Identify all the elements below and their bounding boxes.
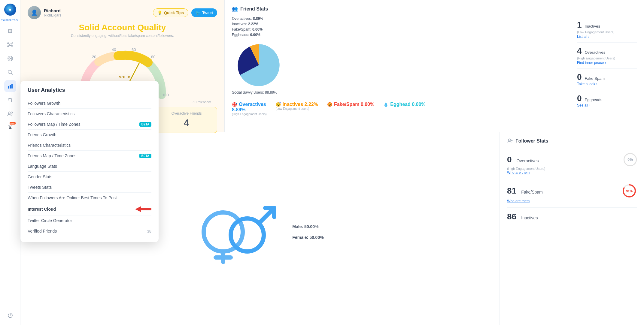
header-buttons: 💡 Quick Tips 🐦 Tweet — [153, 8, 217, 17]
svg-point-0 — [9, 44, 11, 46]
sidebar-item-search[interactable] — [4, 66, 16, 78]
svg-text:91%: 91% — [626, 189, 633, 193]
stat-inactives-sublabel: (Low Engagement Users) — [577, 30, 637, 34]
ov-overactives-icon: 🎯 — [232, 102, 237, 107]
svg-line-5 — [8, 44, 9, 44]
legend-fakespam: Fake/Spam: 0.00% — [232, 27, 263, 32]
pie-section: Overactives: 8.89% Inactives: 2.22% Fake… — [232, 17, 571, 121]
sidebar-item-power[interactable] — [4, 309, 16, 321]
overactive-friends-label: Overactive Friends — [161, 111, 212, 116]
menu-item-verified-friends[interactable]: Verified Friends 38 — [28, 226, 151, 236]
follower-stats-header: Follower Stats — [507, 138, 637, 144]
gender-labels: Male: 50.00% Female: 50.00% — [292, 224, 324, 240]
svg-text:20: 20 — [92, 55, 96, 59]
twitter-bird-icon: 🐦 — [196, 11, 200, 15]
female-label: Female: 50.00% — [292, 235, 324, 240]
pie-legend: Overactives: 8.89% Inactives: 2.22% Fake… — [232, 17, 263, 38]
sidebar-item-twitter[interactable]: 𝕏 NEW — [4, 122, 16, 134]
svg-point-4 — [12, 46, 13, 47]
new-badge: NEW — [10, 122, 16, 125]
ov-inactives-label: Inactives 2.22% — [283, 102, 318, 107]
fakespam-percent-badge: 91% — [622, 183, 637, 198]
sidebar-item-trash[interactable] — [4, 94, 16, 106]
fakespam-who-link[interactable]: Who are them — [507, 199, 637, 203]
stat-overactives-row: 4 Overactives (High Engagement Users) Fi… — [577, 43, 637, 69]
ov-overactives-sub: (High Engagement Users) — [232, 113, 267, 116]
stat-eggheads-number: 0 — [577, 94, 582, 103]
stat-fakespam-row: 0 Fake Spam Take a look › — [577, 69, 637, 90]
svg-line-33 — [259, 208, 274, 223]
svg-text:80: 80 — [151, 55, 155, 59]
overactive-friends-value: 4 — [161, 117, 212, 128]
svg-text:60: 60 — [132, 47, 136, 52]
user-info: 👤 Richard RichElgars — [28, 6, 61, 19]
ov-egghead-icon: 💧 — [383, 102, 388, 107]
list-all-link[interactable]: List all › — [577, 35, 637, 39]
menu-item-interest-cloud[interactable]: Interest Cloud — [28, 203, 151, 215]
menu-item-best-times[interactable]: When Followers Are Online: Best Times To… — [28, 193, 151, 203]
sidebar-item-analytics[interactable] — [4, 80, 16, 92]
take-a-look-link[interactable]: Take a look › — [577, 82, 637, 86]
menu-item-followers-map[interactable]: Followers Map / Time Zones BETA — [28, 119, 151, 130]
see-all-link[interactable]: See all › — [577, 103, 637, 107]
ov-overactives: 🎯 Overactives 8.89% (High Engagement Use… — [232, 102, 267, 116]
menu-item-friends-characteristics[interactable]: Friends Characteristics — [28, 140, 151, 151]
svg-line-8 — [11, 45, 12, 46]
friend-stats-content: Overactives: 8.89% Inactives: 2.22% Fake… — [232, 17, 637, 121]
svg-rect-14 — [8, 86, 9, 89]
menu-item-friends-map[interactable]: Friends Map / Time Zones BETA — [28, 151, 151, 161]
stat-inactives-number: 1 — [577, 20, 582, 30]
follower-overactives-type: Overactives — [517, 158, 539, 163]
sidebar-item-target[interactable] — [4, 53, 16, 65]
social-savvy-label: Social Savvy Users: 88.89% — [232, 90, 277, 95]
avatar: 👤 — [28, 6, 41, 19]
svg-line-13 — [11, 73, 12, 74]
user-handle: RichElgars — [44, 13, 61, 17]
friend-stats-title: Friend Stats — [240, 6, 268, 12]
menu-item-tweets-stats[interactable]: Tweets Stats — [28, 182, 151, 193]
stat-fakespam-number: 0 — [577, 72, 582, 82]
follower-stats-section: Follower Stats 0 Overactives 0% (High En… — [500, 132, 644, 325]
stat-fakespam-label: Fake Spam — [585, 76, 605, 81]
follower-overactives-num: 0 — [507, 155, 512, 164]
svg-point-1 — [8, 43, 9, 44]
svg-line-6 — [11, 44, 12, 44]
follower-fakespam-row: 81 Fake/Spam 91% Who are them — [507, 179, 637, 208]
overactives-sublabel: (High Engagement Users) — [507, 167, 637, 170]
stats-sidebar: 1 Inactives (Low Engagement Users) List … — [571, 17, 637, 121]
sidebar-item-dashboard[interactable]: ⊞ — [4, 25, 16, 37]
follower-stats-title: Follower Stats — [515, 138, 548, 144]
ov-fakespam-label: Fake/Spam 0.00% — [334, 102, 374, 107]
ov-egghead: 💧 Egghead 0.00% — [383, 102, 425, 116]
svg-rect-15 — [10, 85, 11, 89]
menu-item-friends-growth[interactable]: Friends Growth — [28, 130, 151, 140]
svg-rect-16 — [11, 84, 13, 89]
menu-item-followers-growth[interactable]: Followers Growth — [28, 98, 151, 109]
legend-overactives: Overactives: 8.89% — [232, 17, 263, 21]
beta-badge-followers-map: BETA — [139, 122, 151, 127]
menu-item-twitter-circle[interactable]: Twitter Circle Generator — [28, 215, 151, 226]
svg-point-3 — [8, 46, 9, 47]
legend-eggheads: Eggheads: 0.00% — [232, 33, 263, 37]
follower-inactives-row: 86 Inactives — [507, 208, 637, 226]
stat-inactives-row: 1 Inactives (Low Engagement Users) List … — [577, 17, 637, 43]
find-inner-peace-link[interactable]: Find inner peace › — [577, 61, 637, 65]
menu-item-language-stats[interactable]: Language Stats — [28, 161, 151, 172]
menu-item-followers-characteristics[interactable]: Followers Characteristics — [28, 109, 151, 119]
tweet-button[interactable]: 🐦 Tweet — [191, 8, 217, 17]
svg-point-11 — [10, 58, 11, 59]
stat-overactives-number: 4 — [577, 46, 582, 56]
menu-title: User Analytics — [28, 87, 151, 93]
overactive-friends-card: Overactive Friends 4 — [156, 107, 217, 133]
sidebar-item-network[interactable] — [4, 39, 16, 51]
legend-inactives: Inactives: 2.22% — [232, 22, 263, 26]
svg-text:40: 40 — [112, 47, 116, 52]
stat-overactives-label: Overactives — [585, 50, 606, 55]
sidebar-item-users[interactable] — [4, 108, 16, 120]
quick-tips-button[interactable]: 💡 Quick Tips — [153, 8, 188, 17]
menu-item-gender-stats[interactable]: Gender Stats — [28, 172, 151, 182]
overactives-who-link[interactable]: Who are them — [507, 170, 637, 175]
ov-overactives-pct: 8.89% — [232, 107, 245, 113]
ov-fakespam: 😡 Fake/Spam 0.00% — [327, 102, 374, 116]
quality-subtitle: Consistently engaging, without/less fake… — [28, 34, 217, 38]
